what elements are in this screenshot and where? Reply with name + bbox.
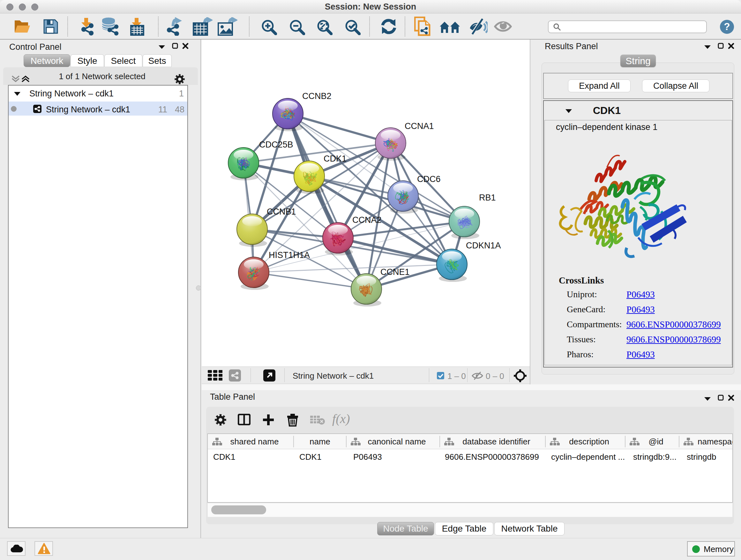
svg-text:CDK1: CDK1 bbox=[324, 154, 347, 164]
svg-text:HIST1H1A: HIST1H1A bbox=[269, 250, 310, 260]
svg-text:database identifier: database identifier bbox=[462, 437, 530, 446]
svg-text:canonical name: canonical name bbox=[367, 437, 426, 446]
svg-text:CCNB2: CCNB2 bbox=[302, 91, 332, 101]
svg-text:CCNA1: CCNA1 bbox=[405, 121, 434, 131]
svg-text:CDC25B: CDC25B bbox=[259, 140, 293, 149]
svg-text:CDKN1A: CDKN1A bbox=[466, 241, 501, 250]
svg-text:namespace: namespace bbox=[697, 437, 732, 446]
svg-text:description: description bbox=[569, 437, 609, 446]
svg-text:CDC6: CDC6 bbox=[417, 174, 441, 184]
svg-text:CCNE1: CCNE1 bbox=[381, 267, 410, 277]
svg-text:shared name: shared name bbox=[230, 437, 279, 446]
svg-text:@id: @id bbox=[649, 437, 664, 446]
svg-text:CCNA2: CCNA2 bbox=[352, 215, 382, 225]
svg-text:RB1: RB1 bbox=[479, 193, 496, 202]
svg-text:CCNB1: CCNB1 bbox=[267, 207, 296, 216]
svg-text:name: name bbox=[310, 437, 330, 446]
